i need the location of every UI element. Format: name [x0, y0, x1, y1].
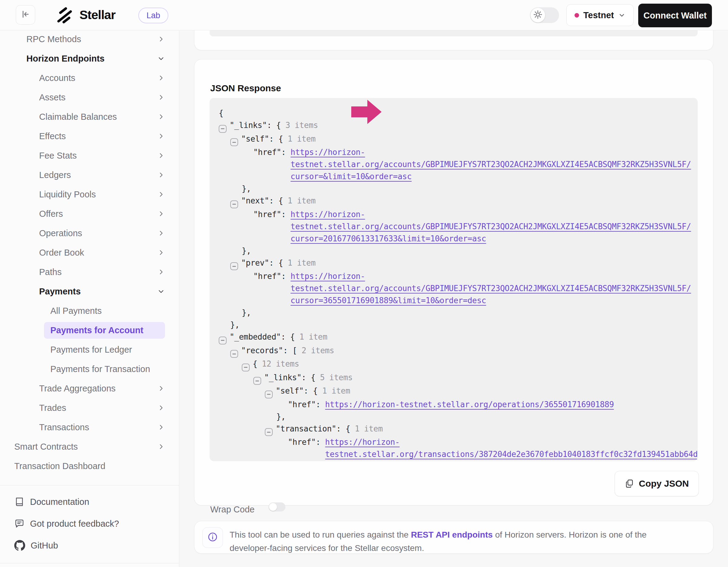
sidebar-item-payments[interactable]: Payments	[0, 282, 179, 301]
sidebar-item-assets[interactable]: Assets	[0, 88, 179, 107]
sidebar-footer-label: Got product feedback?	[30, 519, 119, 529]
collapse-node-icon[interactable]	[230, 138, 238, 146]
json-href-link[interactable]: https://horizon-testnet.stellar.org/acco…	[291, 270, 691, 306]
collapse-node-icon[interactable]	[230, 201, 238, 208]
wrap-code-toggle[interactable]	[268, 502, 285, 511]
info-note-before: This tool can be used to run queries aga…	[230, 530, 411, 539]
feedback-icon	[14, 518, 25, 529]
json-href-link[interactable]: https://horizon-testnet.stellar.org/tran…	[325, 436, 698, 460]
json-line: {12 items	[219, 358, 698, 371]
sidebar-item-all-payments[interactable]: All Payments	[0, 301, 179, 320]
sidebar-item-label: Operations	[39, 228, 82, 238]
collapse-node-icon[interactable]	[265, 428, 273, 436]
sidebar-item-operations[interactable]: Operations	[0, 224, 179, 243]
json-line: "href": https://horizon-testnet.stellar.…	[219, 436, 698, 460]
json-item-count: 1 item	[299, 332, 327, 341]
sidebar-item-payments-for-transaction[interactable]: Payments for Transaction	[0, 359, 179, 379]
chevron-right-icon	[158, 424, 164, 430]
sidebar-item-transaction-dashboard[interactable]: Transaction Dashboard	[0, 456, 179, 476]
sidebar-item-paths[interactable]: Paths	[0, 262, 179, 282]
collapse-sidebar-button[interactable]	[16, 5, 35, 25]
collapse-node-icon[interactable]	[219, 336, 227, 344]
info-icon-chip	[202, 527, 223, 548]
sidebar-item-smart-contracts[interactable]: Smart Contracts	[0, 437, 179, 456]
sidebar-item-label: Claimable Balances	[39, 112, 117, 122]
json-key: "href":	[288, 400, 325, 409]
sidebar-footer-github[interactable]: GitHub	[0, 535, 179, 556]
json-line: "href": https://horizon-testnet.stellar.…	[219, 208, 698, 245]
collapse-node-icon[interactable]	[242, 363, 250, 371]
json-line: "self": {1 item	[219, 385, 698, 398]
rest-api-endpoints-link[interactable]: REST API endpoints	[411, 530, 493, 539]
sidebar-item-label: Order Book	[39, 248, 84, 258]
json-key: "href":	[253, 148, 291, 157]
json-href-link[interactable]: https://horizon-testnet.stellar.org/acco…	[291, 208, 691, 245]
collapse-node-icon[interactable]	[253, 377, 261, 385]
chevron-down-icon	[158, 55, 164, 62]
sidebar-item-trades[interactable]: Trades	[0, 398, 179, 417]
annotation-arrow	[351, 100, 382, 124]
json-line: },	[219, 410, 698, 423]
sidebar-item-fee-stats[interactable]: Fee Stats	[0, 146, 179, 165]
json-key: "_links": {	[230, 121, 281, 130]
json-key: "_links": {	[264, 373, 315, 382]
sidebar-footer-got-product-feedback[interactable]: Got product feedback?	[0, 513, 179, 535]
chevron-right-icon	[158, 36, 164, 42]
sidebar-item-rpc-methods[interactable]: RPC Methods	[0, 29, 179, 49]
sidebar-item-payments-for-ledger[interactable]: Payments for Ledger	[0, 340, 179, 359]
json-line: "_links": {5 items	[219, 371, 698, 385]
network-label: Testnet	[583, 10, 614, 20]
copy-json-button[interactable]: Copy JSON	[615, 471, 699, 496]
collapse-node-icon[interactable]	[230, 350, 238, 358]
sidebar-item-horizon-endpoints[interactable]: Horizon Endpoints	[0, 49, 179, 68]
json-response-card: JSON Response {"_links": {3 items"self":…	[194, 59, 713, 505]
network-selector[interactable]: Testnet	[566, 4, 634, 26]
info-icon	[207, 532, 218, 544]
json-href-link[interactable]: https://horizon-testnet.stellar.org/acco…	[291, 146, 691, 183]
sidebar-item-transactions[interactable]: Transactions	[0, 417, 179, 437]
top-bar: Stellar Lab Testnet Connect Wallet	[0, 0, 728, 30]
connect-wallet-button[interactable]: Connect Wallet	[638, 4, 712, 27]
theme-knob	[531, 8, 545, 22]
json-key: "_embedded": {	[230, 332, 295, 341]
chevron-right-icon	[158, 172, 164, 178]
json-line: },	[219, 319, 698, 331]
json-key: "self": {	[241, 134, 283, 144]
json-line: "href": https://horizon-testnet.stellar.…	[219, 398, 698, 410]
stellar-logo-icon	[56, 6, 73, 24]
json-line: "_links": {3 items	[219, 119, 698, 133]
json-key: {	[253, 359, 257, 368]
json-line: },	[219, 245, 698, 257]
sidebar-footer: DocumentationGot product feedback?GitHub	[0, 485, 179, 556]
main-content: JSON Response {"_links": {3 items"self":…	[180, 31, 728, 567]
chevron-right-icon	[158, 133, 164, 140]
network-status-dot	[575, 13, 579, 18]
sidebar-footer-label: Documentation	[30, 497, 89, 507]
sidebar-item-order-book[interactable]: Order Book	[0, 243, 179, 262]
sidebar-item-offers[interactable]: Offers	[0, 204, 179, 224]
chevron-right-icon	[158, 211, 164, 217]
chevron-right-icon	[158, 385, 164, 392]
chevron-right-icon	[158, 230, 164, 237]
json-href-link[interactable]: https://horizon-testnet.stellar.org/oper…	[325, 398, 614, 410]
sidebar-item-trade-aggregations[interactable]: Trade Aggregations	[0, 379, 179, 398]
theme-toggle[interactable]	[530, 7, 559, 23]
sidebar: RPC MethodsHorizon EndpointsAccountsAsse…	[0, 31, 179, 567]
sidebar-footer-documentation[interactable]: Documentation	[0, 491, 179, 513]
json-key: "href":	[253, 272, 291, 281]
sidebar-item-ledgers[interactable]: Ledgers	[0, 165, 179, 185]
collapse-node-icon[interactable]	[219, 125, 227, 133]
json-item-count: 1 item	[288, 134, 315, 144]
lab-badge: Lab	[138, 8, 168, 23]
sidebar-item-effects[interactable]: Effects	[0, 127, 179, 146]
collapse-node-icon[interactable]	[265, 390, 273, 398]
sidebar-item-claimable-balances[interactable]: Claimable Balances	[0, 107, 179, 127]
collapse-node-icon[interactable]	[230, 262, 238, 270]
json-line: "_embedded": {1 item	[219, 331, 698, 344]
sidebar-item-liquidity-pools[interactable]: Liquidity Pools	[0, 185, 179, 204]
sidebar-item-label: Trade Aggregations	[39, 383, 116, 393]
sidebar-item-payments-for-account[interactable]: Payments for Account	[0, 320, 179, 340]
sidebar-item-accounts[interactable]: Accounts	[0, 68, 179, 88]
json-key: "next": {	[241, 196, 283, 205]
chevron-right-icon	[158, 152, 164, 159]
